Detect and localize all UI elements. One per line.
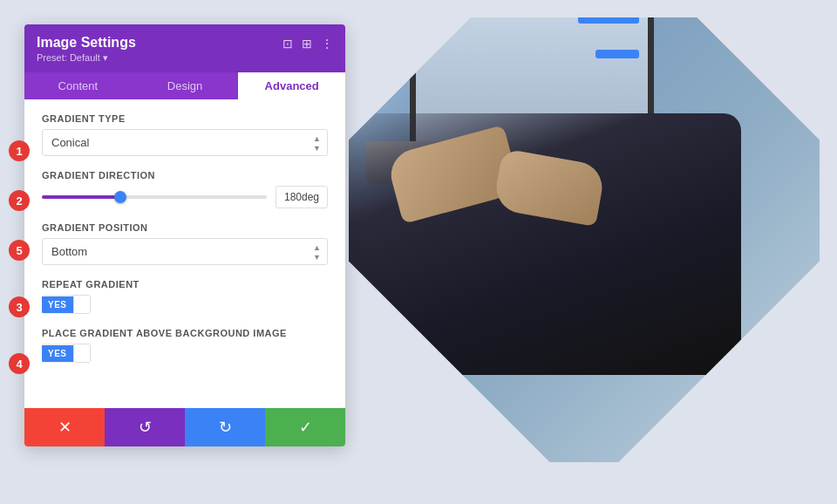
badge-5: 5 bbox=[9, 240, 30, 261]
title-group: Image Settings Preset: Default ▾ bbox=[37, 35, 136, 64]
tab-content[interactable]: Content bbox=[24, 72, 132, 99]
badge-4: 4 bbox=[9, 353, 30, 374]
panel-header: Image Settings Preset: Default ▾ ⊡ ⊞ ⋮ bbox=[24, 24, 345, 72]
panel-body: Gradient Type Conical Linear Radial ▲ ▼ … bbox=[24, 99, 345, 408]
header-icons: ⊡ ⊞ ⋮ bbox=[282, 37, 333, 51]
slider-thumb[interactable] bbox=[114, 191, 126, 203]
slider-fill bbox=[42, 195, 120, 199]
place-gradient-field: Place Gradient Above Background Image YE… bbox=[42, 328, 328, 363]
columns-icon[interactable]: ⊞ bbox=[302, 37, 312, 51]
place-gradient-yes-label[interactable]: YES bbox=[42, 345, 73, 362]
repeat-gradient-toggle[interactable]: YES bbox=[42, 295, 91, 314]
badge-3: 3 bbox=[9, 296, 30, 317]
panel-footer: ✕ ↺ ↻ ✓ bbox=[24, 408, 345, 446]
gradient-direction-value[interactable]: 180deg bbox=[276, 186, 328, 208]
panel-preset[interactable]: Preset: Default ▾ bbox=[37, 52, 136, 64]
repeat-gradient-label: Repeat Gradient bbox=[42, 279, 328, 289]
badge-1: 1 bbox=[9, 140, 30, 161]
image-label: business-coach-01 bbox=[349, 345, 415, 358]
place-gradient-label: Place Gradient Above Background Image bbox=[42, 328, 328, 338]
undo-button[interactable]: ↺ bbox=[105, 408, 185, 446]
gradient-type-field: Gradient Type Conical Linear Radial ▲ ▼ bbox=[42, 113, 328, 156]
panel-tabs: Content Design Advanced bbox=[24, 72, 345, 99]
gradient-direction-field: Gradient Direction 180deg bbox=[42, 170, 328, 208]
gradient-direction-slider-row: 180deg bbox=[42, 186, 328, 208]
gradient-type-select[interactable]: Conical Linear Radial bbox=[42, 129, 328, 156]
gradient-type-label: Gradient Type bbox=[42, 113, 328, 124]
gradient-position-select[interactable]: Bottom Top Left Right Center bbox=[42, 238, 328, 265]
panel-title: Image Settings bbox=[37, 35, 136, 51]
badge-2: 2 bbox=[9, 190, 30, 211]
plant bbox=[375, 17, 423, 57]
place-gradient-toggle-box[interactable] bbox=[73, 344, 91, 363]
cancel-button[interactable]: ✕ bbox=[24, 408, 105, 446]
more-icon[interactable]: ⋮ bbox=[321, 37, 333, 51]
toggle-yes-label[interactable]: YES bbox=[42, 296, 73, 313]
place-gradient-toggle[interactable]: YES bbox=[42, 344, 91, 363]
repeat-gradient-field: Repeat Gradient YES bbox=[42, 279, 328, 314]
confirm-button[interactable]: ✓ bbox=[265, 408, 345, 446]
redo-button[interactable]: ↻ bbox=[185, 408, 265, 446]
tab-design[interactable]: Design bbox=[132, 72, 239, 99]
image-preview: business-coach-01 bbox=[349, 17, 820, 488]
diamond-frame: business-coach-01 bbox=[349, 17, 820, 488]
gradient-position-field: Gradient Position Bottom Top Left Right … bbox=[42, 222, 328, 265]
gradient-position-label: Gradient Position bbox=[42, 222, 328, 233]
expand-icon[interactable]: ⊡ bbox=[282, 37, 293, 51]
gradient-type-select-wrapper: Conical Linear Radial ▲ ▼ bbox=[42, 129, 328, 156]
tab-advanced[interactable]: Advanced bbox=[238, 72, 345, 99]
gradient-direction-label: Gradient Direction bbox=[42, 170, 328, 180]
gradient-position-select-wrapper: Bottom Top Left Right Center ▲ ▼ bbox=[42, 238, 328, 265]
settings-panel: Image Settings Preset: Default ▾ ⊡ ⊞ ⋮ C… bbox=[24, 24, 345, 446]
diamond-inner: business-coach-01 bbox=[349, 17, 820, 462]
toggle-box[interactable] bbox=[73, 295, 91, 314]
gradient-direction-slider[interactable] bbox=[42, 195, 267, 199]
